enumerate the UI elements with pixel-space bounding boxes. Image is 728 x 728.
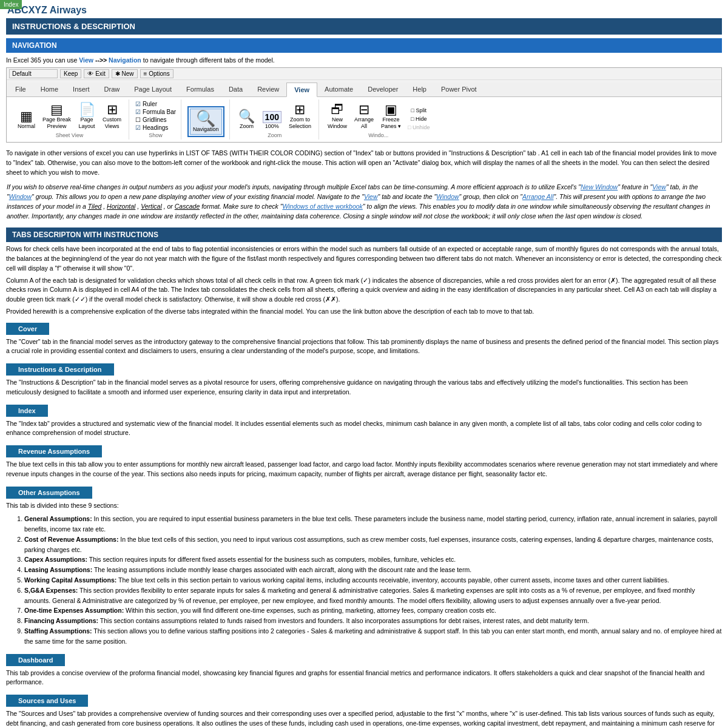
zoom-100-btn[interactable]: 100 100% [260,110,284,131]
ruler-checkbox[interactable]: ☑ Ruler [135,101,176,107]
formula-bar-row: Default Keep 👁 Exit ✱ New ≡ Options [7,68,721,80]
tab-formulas[interactable]: Formulas [179,83,221,96]
zoom-icon: 🔍 [238,110,255,123]
tab-power-pivot[interactable]: Power Pivot [434,83,484,96]
tab-data[interactable]: Data [221,83,250,96]
exit-btn[interactable]: 👁 Exit [84,69,109,78]
tabs-intro-p2: Column A of the each tab is designated f… [6,276,722,305]
tab-index-header[interactable]: Index [6,405,48,417]
name-box[interactable]: Default [9,69,58,78]
keep-btn[interactable]: Keep [60,69,81,78]
window-group-link[interactable]: Window [9,193,32,200]
zoom-group-label: Zoom [268,132,281,138]
tabs-list: Cover The "Cover" tab in the financial m… [0,319,728,729]
zoom-to-selection-btn[interactable]: ⊞ Zoom toSelection [286,102,314,131]
tab-other-header[interactable]: Other Assumptions [6,487,92,499]
tab-file[interactable]: File [8,83,33,96]
page-title: ABCXYZ Airways [7,5,721,16]
new-window-link[interactable]: New Window [581,183,618,190]
tab-review[interactable]: Review [250,83,286,96]
other-section-5: Working Capital Assumptions: The blue te… [24,575,722,585]
tab-draw[interactable]: Draw [97,83,127,96]
tab-revenue-desc: The blue text cells in this tab allow yo… [6,460,722,479]
tab-home[interactable]: Home [33,83,66,96]
tab-automate[interactable]: Automate [317,83,360,96]
tab-sources-header[interactable]: Sources and Uses [6,695,88,707]
arrange-all-link[interactable]: Arrange All [522,193,554,200]
ribbon-group-show: ☑ Ruler ☑ Formula Bar ☐ Gridlines ☑ Head… [130,99,181,140]
tab-index-desc: The "Index tab" provides a structured an… [6,419,722,439]
instructions-section-header: INSTRUCTIONS & DESCRIPTION [6,18,722,35]
other-section-6: S,G&A Expenses: This section provides fl… [24,585,722,606]
navigation-header: NAVIGATION [6,38,722,53]
custom-views-icon: ⊞ [107,103,118,116]
page-layout-btn[interactable]: 📄 PageLayout [76,102,98,131]
headings-checkbox[interactable]: ☑ Headings [135,124,176,131]
new-btn[interactable]: ✱ New [112,69,138,78]
other-assumptions-list: General Assumptions: In this section, yo… [24,514,722,646]
tab-dashboard-header[interactable]: Dashboard [6,654,65,666]
view-link2[interactable]: View [364,193,378,200]
windows-active-link[interactable]: Windows of active workbook [282,203,362,210]
tabs-intro-p1: Rows for check cells have been incorpora… [6,244,722,273]
other-section-7: One-time Expenses Assumption: Within thi… [24,605,722,616]
page-break-icon: ▤ [50,103,63,116]
tab-page-layout[interactable]: Page Layout [127,83,179,96]
other-section-3: Capex Assumptions: This section requires… [24,554,722,565]
view-tab-link[interactable]: View [652,183,666,190]
tabs-section-header: TABS DESCRIPTON WITH INSTRUCTIONS [6,228,722,242]
custom-views-btn[interactable]: ⊞ CustomViews [100,102,124,131]
tab-view[interactable]: View [286,83,317,97]
tab-instructions-header[interactable]: Instructions & Description [6,363,114,376]
normal-icon: ▦ [20,110,33,123]
tab-other-intro: This tab is divided into these 9 section… [6,501,722,511]
new-window-btn[interactable]: 🗗 NewWindow [325,102,349,131]
zoom-to-selection-icon: ⊞ [294,103,305,116]
other-section-8: Financing Assumptions: This section cont… [24,616,722,626]
tab-sources-desc: The "Sources and Uses" tab provides a co… [6,709,722,728]
arrange-all-icon: ⊟ [359,103,369,116]
ribbon: Default Keep 👁 Exit ✱ New ≡ Options File… [6,67,722,143]
tab-cover-desc: The "Cover" tab in the financial model s… [6,337,722,357]
italic-text: If you wish to observe real-time changes… [7,183,721,221]
arrange-all-btn[interactable]: ⊟ ArrangeAll [352,102,376,131]
ribbon-group-sheet-view: ▦ Normal ▤ Page BreakPreview 📄 PageLayou… [10,99,129,140]
new-window-icon: 🗗 [331,103,344,116]
freeze-panes-btn[interactable]: ▣ FreezePanes ▾ [379,102,403,131]
other-section-2: Cost of Revenue Assumptions: In the blue… [24,534,722,555]
title-bar: ABCXYZ Airways [0,0,728,18]
options-btn[interactable]: ≡ Options [140,69,174,78]
tabs-intro: Rows for check cells have been incorpora… [6,244,722,316]
other-section-1: General Assumptions: In this section, yo… [24,514,722,534]
unhide-btn[interactable]: □ Unhide [406,124,431,131]
page-break-preview-btn[interactable]: ▤ Page BreakPreview [40,102,73,131]
formula-bar-checkbox[interactable]: ☑ Formula Bar [135,109,176,115]
tab-help[interactable]: Help [405,83,434,96]
hide-btn[interactable]: □ Hide [406,115,431,123]
normal-btn[interactable]: ▦ Normal [15,109,38,131]
tab-insert[interactable]: Insert [66,83,97,96]
other-section-4: Leasing Assumptions: The leasing assumpt… [24,565,722,575]
tab-cover-header[interactable]: Cover [6,323,49,335]
window-link2[interactable]: Window [436,193,459,200]
show-label: Show [149,132,163,138]
tab-developer[interactable]: Developer [360,83,405,96]
view-link[interactable]: View [79,56,93,64]
ribbon-body: ▦ Normal ▤ Page BreakPreview 📄 PageLayou… [7,97,721,142]
nav-body-text: To navigate in other versions of excel y… [6,149,722,177]
split-btn[interactable]: □ Split [406,107,431,114]
index-tab-label[interactable]: Index [0,0,22,9]
navigation-btn[interactable]: 🔍 Navigation [190,109,222,135]
ribbon-tabs: File Home Insert Draw Page Layout Formul… [7,83,721,97]
gridlines-checkbox[interactable]: ☐ Gridlines [135,116,176,123]
nav-intro-text: In Excel 365 you can use View -->> Navig… [6,56,722,64]
tab-revenue-header[interactable]: Revenue Assumptions [6,445,102,457]
navigation-highlighted: 🔍 Navigation [187,106,224,137]
sheet-view-label: Sheet View [56,132,83,138]
freeze-panes-icon: ▣ [385,103,397,116]
navigation-link[interactable]: Navigation [109,56,141,64]
ribbon-group-zoom: 🔍 Zoom 100 100% ⊞ Zoom toSelection Zoom [231,99,319,140]
tab-instructions-desc: The "Instructions & Description" tab in … [6,378,722,397]
ribbon-group-window: 🗗 NewWindow ⊟ ArrangeAll ▣ FreezePanes ▾… [320,99,437,140]
zoom-btn[interactable]: 🔍 Zoom [236,109,258,131]
